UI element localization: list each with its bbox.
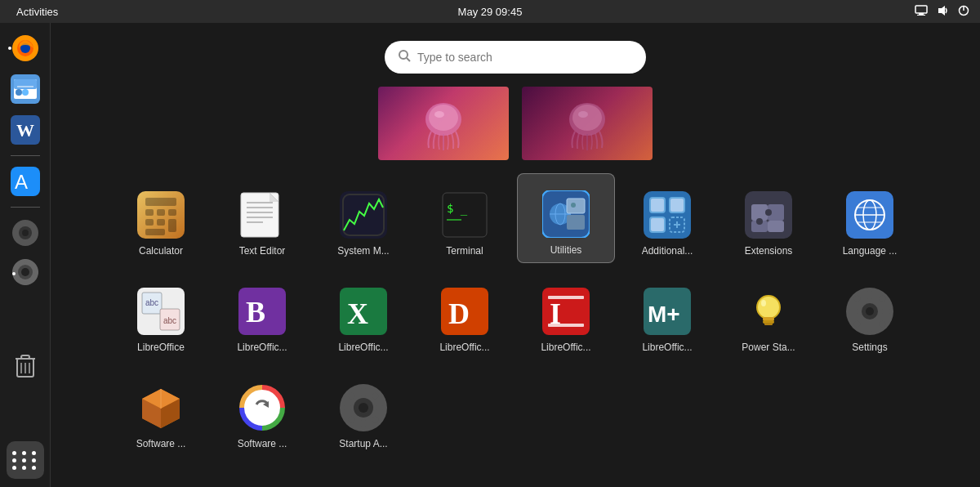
app-item-terminal[interactable]: $ _ Terminal	[416, 173, 514, 263]
workspace-thumb-1[interactable]	[378, 87, 509, 160]
text-editor-icon	[237, 190, 287, 240]
app-item-libreoffice-impress[interactable]: D LibreOffic...	[416, 270, 514, 360]
svg-rect-142	[344, 405, 351, 410]
svg-rect-47	[168, 209, 176, 216]
workspaces	[378, 87, 653, 160]
svg-point-117	[761, 300, 766, 306]
app-item-libreoffice-calc[interactable]: X LibreOffic...	[314, 270, 412, 360]
svg-point-24	[21, 268, 29, 276]
app-item-software-update[interactable]: Software ...	[213, 366, 311, 456]
app-label-startup-apps: Startup A...	[339, 438, 387, 449]
dock-separator-2	[11, 207, 40, 208]
svg-text:X: X	[347, 297, 368, 330]
app-item-libreoffice-math[interactable]: M+ LibreOffic...	[618, 270, 716, 360]
dock: W A	[0, 23, 51, 487]
svg-rect-45	[145, 209, 154, 216]
svg-point-85	[765, 209, 772, 216]
svg-text:abc: abc	[145, 298, 158, 307]
app-item-libreoffice-base[interactable]: B LibreOffic...	[213, 270, 311, 360]
app-label-software-center: Software ...	[136, 438, 186, 449]
workspace-thumb-2[interactable]	[522, 87, 653, 160]
topbar-right	[915, 4, 970, 20]
clock: May 29 09:45	[458, 6, 523, 18]
app-item-language[interactable]: Language ...	[821, 173, 919, 263]
dock-item-settings[interactable]	[7, 214, 44, 252]
apps-grid: Calculator Text Editor	[104, 173, 927, 456]
app-label-libreoffice-impress: LibreOffic...	[439, 342, 489, 353]
app-item-text-editor[interactable]: Text Editor	[213, 173, 311, 263]
volume-icon[interactable]	[936, 4, 949, 20]
app-item-startup-apps[interactable]: Startup A...	[314, 366, 412, 456]
svg-text:B: B	[246, 296, 265, 328]
app-item-software-center[interactable]: Software ...	[112, 366, 210, 456]
dock-item-trash[interactable]	[7, 346, 44, 384]
svg-point-41	[572, 105, 602, 131]
svg-rect-1	[919, 13, 924, 15]
svg-rect-123	[849, 309, 858, 314]
search-input[interactable]	[417, 51, 633, 64]
app-item-extensions[interactable]: Extensions	[719, 173, 817, 263]
svg-rect-48	[145, 219, 154, 226]
svg-point-13	[22, 89, 29, 96]
app-item-power-statistics[interactable]: Power Sta...	[719, 270, 817, 360]
calculator-icon	[136, 190, 186, 240]
svg-rect-28	[34, 270, 38, 274]
power-statistics-icon	[743, 286, 794, 337]
app-item-calculator[interactable]: Calculator	[112, 173, 210, 263]
svg-text:abc: abc	[163, 316, 176, 325]
app-item-system-monitor[interactable]: System M...	[314, 173, 412, 263]
language-icon	[844, 190, 895, 240]
svg-rect-49	[157, 219, 165, 226]
dock-item-files[interactable]	[7, 70, 44, 108]
startup-apps-icon	[338, 382, 389, 433]
svg-rect-109	[548, 324, 584, 327]
svg-rect-26	[24, 281, 27, 285]
app-label-settings: Settings	[852, 342, 887, 353]
app-label-calculator: Calculator	[139, 245, 183, 257]
svg-rect-46	[157, 209, 165, 216]
svg-point-35	[399, 51, 408, 59]
svg-rect-76	[650, 217, 665, 232]
svg-rect-84	[768, 221, 784, 232]
svg-rect-121	[867, 291, 872, 299]
svg-rect-31	[21, 355, 29, 359]
svg-text:D: D	[448, 297, 470, 330]
svg-point-42	[578, 111, 588, 118]
svg-rect-72	[567, 215, 585, 230]
svg-point-21	[22, 230, 29, 236]
show-apps-button[interactable]	[7, 441, 44, 479]
system-monitor-icon	[338, 190, 389, 240]
svg-rect-51	[145, 229, 165, 235]
app-label-additional: Additional...	[642, 245, 693, 257]
app-label-system-monitor: System M...	[337, 245, 389, 257]
app-item-utilities[interactable]: Utilities	[517, 173, 615, 263]
dock-item-system-prefs[interactable]	[7, 255, 44, 293]
svg-rect-69	[567, 199, 585, 213]
dock-item-word[interactable]: W	[7, 111, 44, 149]
power-icon[interactable]	[957, 4, 970, 20]
app-item-additional[interactable]: Additional...	[618, 173, 716, 263]
app-label-libreoffice-math: LibreOffic...	[642, 342, 692, 353]
terminal-icon: $ _	[439, 190, 490, 240]
app-label-terminal: Terminal	[446, 245, 483, 257]
app-item-libreoffice[interactable]: abc abc LibreOffice	[112, 270, 210, 360]
settings-icon	[844, 286, 895, 337]
svg-rect-2	[917, 15, 925, 16]
additional-icon	[642, 190, 693, 240]
app-item-settings[interactable]: Settings	[821, 270, 919, 360]
search-bar[interactable]	[385, 41, 646, 74]
libreoffice-calc-icon: X	[338, 286, 389, 337]
svg-rect-140	[361, 388, 366, 395]
activities-button[interactable]: Activities	[10, 4, 65, 20]
svg-point-139	[359, 403, 368, 413]
svg-point-38	[429, 105, 458, 131]
dock-item-appstore[interactable]: A	[7, 163, 44, 200]
app-label-libreoffice-writer: LibreOffic...	[541, 342, 590, 353]
app-label-utilities: Utilities	[550, 244, 582, 256]
svg-text:$ _: $ _	[447, 202, 468, 216]
screen-icon[interactable]	[915, 4, 928, 20]
svg-text:M+: M+	[648, 302, 680, 327]
app-item-libreoffice-writer[interactable]: I LibreOffic...	[517, 270, 615, 360]
dock-separator-1	[11, 155, 40, 156]
dock-item-firefox[interactable]	[7, 29, 44, 67]
